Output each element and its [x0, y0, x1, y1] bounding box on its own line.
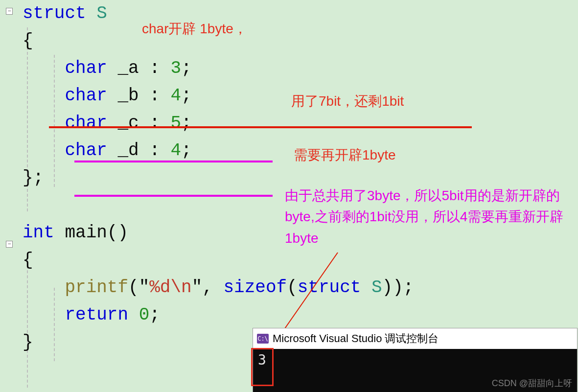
watermark-text: CSDN @甜甜向上呀 [492, 377, 572, 389]
code-line: }; [20, 164, 578, 192]
console-title: Microsoft Visual Studio 调试控制台 [273, 331, 439, 346]
code-line: char _c : 5; [20, 110, 578, 137]
code-line: { [20, 247, 578, 274]
code-line: char _b : 4; [20, 82, 578, 110]
code-line: int main() [20, 219, 578, 247]
console-icon: C:\ [257, 334, 269, 344]
console-output-text: 3 [258, 352, 266, 368]
code-line: char _a : 3; [20, 55, 578, 82]
code-line: printf("%d\n", sizeof(struct S)); [20, 274, 578, 301]
editor-gutter [0, 0, 20, 392]
fold-icon[interactable] [6, 8, 13, 15]
code-line: return 0; [20, 301, 578, 329]
fold-icon[interactable] [6, 241, 13, 248]
code-line: struct S [20, 0, 578, 27]
code-line: { [20, 27, 578, 55]
console-titlebar[interactable]: C:\ Microsoft Visual Studio 调试控制台 [253, 328, 577, 349]
code-line: char _d : 4; [20, 137, 578, 164]
code-editor[interactable]: struct S { char _a : 3; char _b : 4; cha… [20, 0, 578, 356]
